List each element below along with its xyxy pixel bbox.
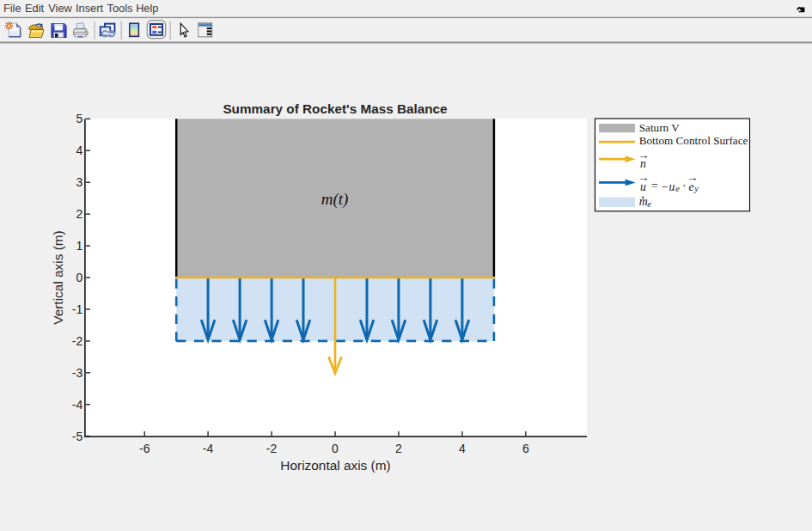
svg-text:Edit: Edit	[25, 2, 44, 15]
svg-text:2: 2	[76, 207, 82, 221]
svg-text:m(t): m(t)	[321, 190, 349, 209]
svg-text:-3: -3	[72, 366, 83, 380]
svg-text:File: File	[3, 2, 21, 15]
svg-text:5: 5	[76, 112, 82, 125]
svg-text:-5: -5	[72, 430, 83, 443]
svg-text:u: u	[669, 180, 675, 193]
svg-text:View: View	[48, 2, 72, 15]
svg-text:4: 4	[76, 143, 82, 157]
svg-text:Bottom Control Surface: Bottom Control Surface	[639, 134, 748, 147]
svg-text:e: e	[675, 184, 680, 193]
svg-text:4: 4	[459, 442, 466, 455]
svg-text:Summary of Rocket's Mass Balan: Summary of Rocket's Mass Balance	[223, 101, 447, 116]
svg-text:3: 3	[76, 175, 82, 189]
svg-text:Insert: Insert	[76, 2, 103, 15]
svg-text:Help: Help	[136, 2, 158, 15]
svg-text:−: −	[662, 180, 669, 193]
svg-text:=: =	[651, 180, 658, 192]
svg-text:Tools: Tools	[107, 2, 133, 15]
svg-text:y: y	[693, 184, 699, 193]
svg-text:e: e	[689, 180, 694, 193]
svg-text:-1: -1	[72, 302, 83, 316]
svg-text:-2: -2	[266, 442, 278, 455]
svg-text:n: n	[640, 157, 646, 170]
svg-text:Horizontal axis (m): Horizontal axis (m)	[280, 458, 390, 473]
svg-text:-6: -6	[139, 442, 150, 455]
svg-text:Vertical axis (m): Vertical axis (m)	[51, 230, 65, 324]
svg-text:6: 6	[522, 442, 529, 455]
svg-text:1: 1	[76, 239, 82, 253]
svg-text:-4: -4	[72, 398, 83, 412]
svg-text:2: 2	[395, 442, 402, 455]
svg-text:-4: -4	[203, 442, 214, 455]
svg-text:u: u	[640, 180, 646, 193]
svg-text:Saturn V: Saturn V	[639, 121, 680, 134]
svg-text:-2: -2	[72, 334, 83, 348]
svg-text:0: 0	[332, 442, 339, 455]
svg-text:e: e	[647, 199, 651, 209]
svg-text:0: 0	[76, 271, 82, 284]
svg-text:·: ·	[682, 180, 687, 192]
